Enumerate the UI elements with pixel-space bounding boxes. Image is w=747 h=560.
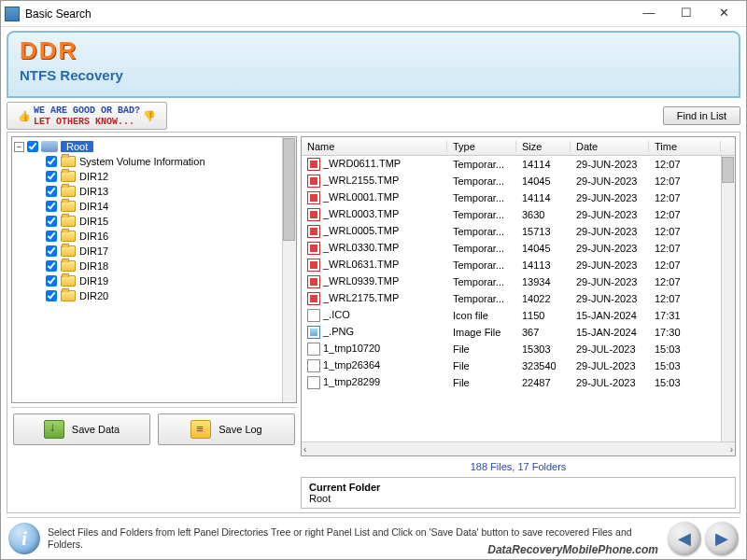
titlebar: Basic Search — ☐ ✕ (1, 1, 746, 27)
root-label[interactable]: Root (61, 141, 93, 152)
nav-buttons: ◀ ▶ (668, 522, 739, 555)
cell-name: _WRL0001.TMP (302, 191, 447, 204)
tree-item-checkbox[interactable] (46, 231, 57, 242)
cell-size: 14114 (516, 159, 571, 170)
cell-name: _WRL0330.TMP (302, 242, 447, 255)
tree-item-checkbox[interactable] (46, 201, 57, 212)
toolbar: 👍 WE ARE GOOD OR BAD? LET OTHERS KNOW...… (7, 102, 740, 130)
cell-name: _.PNG (302, 326, 447, 339)
log-icon (190, 420, 211, 439)
tree-item-checkbox[interactable] (46, 156, 57, 167)
list-scrollbar-h[interactable]: ‹› (302, 441, 735, 455)
tree-item-checkbox[interactable] (46, 290, 57, 301)
scroll-left-icon[interactable]: ‹ (303, 444, 306, 455)
list-row[interactable]: 1_tmp26364File32354029-JUL-202315:03 (302, 357, 735, 374)
cell-size: 15713 (516, 226, 571, 237)
tree-item[interactable]: DIR12 (46, 169, 294, 184)
cell-type: File (447, 360, 516, 371)
list-row[interactable]: _WRD0611.TMPTemporar...1411429-JUN-20231… (302, 156, 735, 173)
folder-icon (61, 171, 76, 182)
tree-item-label: DIR20 (79, 290, 108, 301)
cell-name: _WRL0939.TMP (302, 275, 447, 288)
find-in-list-button[interactable]: Find in List (663, 106, 740, 125)
save-data-button[interactable]: Save Data (13, 413, 150, 445)
tree-item-checkbox[interactable] (46, 245, 57, 257)
cell-date: 29-JUN-2023 (571, 243, 649, 254)
product-subtitle: NTFS Recovery (20, 67, 727, 83)
list-scrollbar-v-thumb[interactable] (722, 157, 734, 183)
minimize-button[interactable]: — (630, 2, 668, 26)
save-log-button[interactable]: Save Log (158, 413, 295, 445)
file-icon (307, 309, 320, 322)
tree-item[interactable]: System Volume Information (46, 154, 294, 169)
chevron-right-icon: ▶ (715, 528, 728, 549)
cell-type: File (447, 343, 516, 355)
file-list[interactable]: Name Type Size Date Time _WRD0611.TMPTem… (301, 136, 736, 456)
header-name[interactable]: Name (302, 141, 447, 152)
cell-name: 1_tmp26364 (302, 359, 447, 372)
tree-item[interactable]: DIR13 (46, 184, 294, 199)
file-icon (307, 158, 320, 171)
list-row[interactable]: _WRL0001.TMPTemporar...1411429-JUN-20231… (302, 189, 735, 206)
root-checkbox[interactable] (27, 141, 38, 152)
list-row[interactable]: _WRL0003.TMPTemporar...363029-JUN-202312… (302, 206, 735, 223)
save-log-label: Save Log (218, 424, 261, 435)
tree-item-label: DIR14 (79, 201, 108, 212)
cell-size: 14022 (516, 293, 571, 304)
header-time[interactable]: Time (649, 141, 721, 152)
folder-icon (61, 290, 76, 301)
tree-item[interactable]: DIR14 (46, 199, 294, 214)
cell-size: 367 (516, 327, 571, 338)
list-row[interactable]: _WRL0939.TMPTemporar...1393429-JUN-20231… (302, 273, 735, 290)
tree-scrollbar[interactable] (282, 137, 296, 402)
folder-icon (61, 216, 76, 227)
cell-size: 14045 (516, 175, 571, 187)
tree-item-checkbox[interactable] (46, 275, 57, 287)
info-icon: i (8, 523, 40, 554)
list-header: Name Type Size Date Time (302, 137, 735, 156)
list-row[interactable]: _WRL2175.TMPTemporar...1402229-JUN-20231… (302, 290, 735, 307)
list-row[interactable]: _WRL0330.TMPTemporar...1404529-JUN-20231… (302, 240, 735, 257)
cell-name: 1_tmp10720 (302, 343, 447, 356)
list-row[interactable]: _WRL0631.TMPTemporar...1411329-JUN-20231… (302, 257, 735, 273)
scroll-right-icon[interactable]: › (730, 444, 733, 455)
tree-item-label: DIR19 (79, 275, 108, 287)
collapse-icon[interactable]: − (14, 142, 24, 152)
list-row[interactable]: _.PNGImage File36715-JAN-202417:30 (302, 324, 735, 341)
header-date[interactable]: Date (571, 141, 649, 152)
header-size[interactable]: Size (516, 141, 571, 152)
cell-type: Image File (447, 327, 516, 338)
tree-item-checkbox[interactable] (46, 171, 57, 182)
tree-item-checkbox[interactable] (46, 260, 57, 272)
cell-type: Icon file (447, 310, 516, 321)
left-button-bar: Save Data Save Log (11, 407, 297, 451)
tree-item[interactable]: DIR16 (46, 229, 294, 244)
cell-name: _WRL2175.TMP (302, 292, 447, 305)
cell-size: 22487 (516, 377, 571, 388)
tree-item[interactable]: DIR19 (46, 273, 294, 288)
next-button[interactable]: ▶ (705, 522, 739, 555)
back-button[interactable]: ◀ (668, 522, 701, 555)
header-type[interactable]: Type (447, 141, 516, 152)
list-row[interactable]: 1_tmp10720File1530329-JUL-202315:03 (302, 341, 735, 357)
list-row[interactable]: _.ICOIcon file115015-JAN-202417:31 (302, 307, 735, 324)
directory-tree[interactable]: − Root System Volume InformationDIR12DIR… (11, 136, 297, 403)
file-icon (307, 376, 320, 389)
close-button[interactable]: ✕ (705, 2, 742, 26)
list-row[interactable]: _WRL0005.TMPTemporar...1571329-JUN-20231… (302, 223, 735, 240)
tree-item-checkbox[interactable] (46, 216, 57, 227)
tree-item[interactable]: DIR20 (46, 288, 294, 303)
list-scrollbar-v[interactable] (721, 156, 735, 441)
maximize-button[interactable]: ☐ (668, 2, 705, 26)
list-row[interactable]: _WRL2155.TMPTemporar...1404529-JUN-20231… (302, 173, 735, 189)
feedback-button[interactable]: 👍 WE ARE GOOD OR BAD? LET OTHERS KNOW...… (7, 102, 167, 130)
file-icon (307, 191, 320, 204)
list-row[interactable]: 1_tmp28299File2248729-JUL-202315:03 (302, 374, 735, 391)
tree-scrollbar-thumb[interactable] (283, 138, 295, 241)
tree-item[interactable]: DIR17 (46, 244, 294, 259)
tree-root-row[interactable]: − Root (14, 141, 294, 152)
folder-icon (61, 245, 76, 257)
tree-item[interactable]: DIR15 (46, 214, 294, 229)
tree-item[interactable]: DIR18 (46, 259, 294, 273)
tree-item-checkbox[interactable] (46, 186, 57, 197)
